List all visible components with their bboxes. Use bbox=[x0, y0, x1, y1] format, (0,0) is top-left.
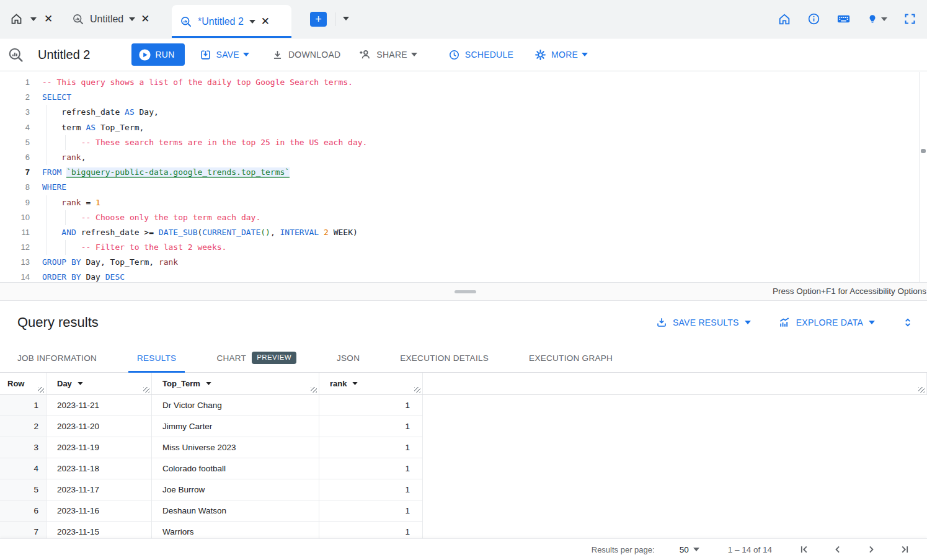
tab-chart[interactable]: CHART PREVIEW bbox=[208, 344, 305, 372]
schedule-button[interactable]: SCHEDULE bbox=[448, 43, 513, 66]
code-line[interactable]: 13GROUP BY Day, Top_Term, rank bbox=[0, 255, 927, 270]
cell-row-number[interactable]: 2 bbox=[0, 416, 47, 437]
cell-top-term[interactable]: Deshaun Watson bbox=[152, 500, 319, 522]
tab-execution-details[interactable]: EXECUTION DETAILS bbox=[391, 344, 497, 372]
cell-rank[interactable]: 1 bbox=[319, 458, 423, 479]
splitter-drag-handle[interactable] bbox=[455, 290, 476, 293]
sort-caret-icon[interactable] bbox=[78, 382, 83, 385]
close-icon[interactable]: ✕ bbox=[261, 16, 270, 27]
more-button[interactable]: MORE bbox=[534, 43, 588, 66]
cell-top-term[interactable]: Dr Victor Chang bbox=[152, 395, 319, 416]
cell-top-term[interactable]: Joe Burrow bbox=[152, 479, 319, 500]
cell-rank[interactable]: 1 bbox=[319, 500, 423, 522]
cell-day[interactable]: 2023-11-18 bbox=[47, 458, 152, 479]
tab-execution-graph[interactable]: EXECUTION GRAPH bbox=[520, 344, 621, 372]
cell-rank[interactable]: 1 bbox=[319, 479, 423, 500]
cell-day[interactable]: 2023-11-19 bbox=[47, 437, 152, 458]
tab-results[interactable]: RESULTS bbox=[128, 344, 185, 372]
tab-job-information[interactable]: JOB INFORMATION bbox=[9, 344, 105, 372]
cell-rank[interactable]: 1 bbox=[319, 437, 423, 458]
next-page-icon[interactable] bbox=[865, 543, 877, 556]
cell-row-number[interactable]: 4 bbox=[0, 458, 47, 479]
column-header-top-term[interactable]: Top_Term bbox=[152, 373, 319, 394]
keyboard-icon[interactable] bbox=[836, 12, 851, 26]
code-line[interactable]: 9 rank = 1 bbox=[0, 195, 927, 210]
column-resize-handle[interactable] bbox=[918, 387, 925, 393]
run-button[interactable]: RUN bbox=[131, 43, 185, 66]
close-icon[interactable]: ✕ bbox=[141, 14, 149, 24]
cell-row-number[interactable]: 5 bbox=[0, 479, 47, 500]
code-line[interactable]: 5 -- These search terms are in the top 2… bbox=[0, 135, 927, 150]
cell-day[interactable]: 2023-11-16 bbox=[47, 500, 152, 522]
sql-editor[interactable]: 1-- This query shows a list of the daily… bbox=[0, 72, 927, 282]
cell-top-term[interactable]: Jimmy Carter bbox=[152, 416, 319, 437]
tab-untitled-2-active[interactable]: *Untitled 2 ✕ bbox=[172, 5, 291, 38]
save-button[interactable]: SAVE bbox=[200, 43, 249, 66]
first-page-icon[interactable] bbox=[798, 543, 810, 556]
column-resize-handle[interactable] bbox=[143, 387, 149, 393]
column-header-row[interactable]: Row bbox=[0, 373, 47, 394]
column-resize-handle[interactable] bbox=[38, 387, 44, 393]
cell-row-number[interactable]: 7 bbox=[0, 522, 47, 538]
fullscreen-icon[interactable] bbox=[903, 12, 916, 25]
chevron-down-icon bbox=[411, 53, 417, 56]
save-results-button[interactable]: SAVE RESULTS bbox=[656, 317, 751, 328]
tab-untitled[interactable]: Untitled ✕ bbox=[72, 0, 150, 38]
cell-row-number[interactable]: 1 bbox=[0, 395, 47, 416]
column-resize-handle[interactable] bbox=[311, 387, 317, 393]
home-icon[interactable] bbox=[778, 12, 791, 26]
cell-rank[interactable]: 1 bbox=[319, 395, 423, 416]
previous-page-icon[interactable] bbox=[832, 543, 844, 556]
cell-day[interactable]: 2023-11-17 bbox=[47, 479, 152, 500]
last-page-icon[interactable] bbox=[898, 543, 911, 556]
cell-day[interactable]: 2023-11-15 bbox=[47, 522, 152, 538]
download-button[interactable]: DOWNLOAD bbox=[272, 43, 340, 66]
scrollbar-thumb[interactable] bbox=[921, 149, 926, 153]
cell-day[interactable]: 2023-11-21 bbox=[47, 395, 152, 416]
new-tab-button[interactable]: + bbox=[310, 12, 327, 27]
home-outline-icon[interactable] bbox=[10, 12, 23, 25]
chevron-down-icon[interactable] bbox=[30, 17, 37, 21]
cell-rank[interactable]: 1 bbox=[319, 522, 423, 538]
code-line[interactable]: 4 term AS Top_Term, bbox=[0, 120, 927, 135]
code-line[interactable]: 1-- This query shows a list of the daily… bbox=[0, 75, 927, 90]
code-line[interactable]: 10 -- Choose only the top term each day. bbox=[0, 210, 927, 225]
tab-overflow-chevron-icon[interactable] bbox=[343, 17, 349, 20]
code-line[interactable]: 8WHERE bbox=[0, 180, 927, 195]
assistant-menu[interactable] bbox=[867, 13, 887, 25]
code-line[interactable]: 2SELECT bbox=[0, 90, 927, 105]
code-line[interactable]: 12 -- Filter to the last 2 weeks. bbox=[0, 240, 927, 255]
cell-top-term[interactable]: Warriors bbox=[152, 522, 319, 538]
cell-row-number[interactable]: 6 bbox=[0, 500, 47, 522]
cell-rank[interactable]: 1 bbox=[319, 416, 423, 437]
code-line[interactable]: 11 AND refresh_date >= DATE_SUB(CURRENT_… bbox=[0, 225, 927, 240]
column-header-rank[interactable]: rank bbox=[319, 373, 423, 394]
code-line[interactable]: 6 rank, bbox=[0, 150, 927, 165]
code-line[interactable]: 14ORDER BY Day DESC bbox=[0, 270, 927, 282]
cell-top-term[interactable]: Colorado football bbox=[152, 458, 319, 479]
cell-day[interactable]: 2023-11-20 bbox=[47, 416, 152, 437]
cell-row-number[interactable]: 3 bbox=[0, 437, 47, 458]
column-resize-handle[interactable] bbox=[414, 387, 420, 393]
share-button[interactable]: SHARE bbox=[359, 43, 417, 66]
close-icon[interactable]: ✕ bbox=[44, 14, 53, 24]
cell-top-term[interactable]: Miss Universe 2023 bbox=[152, 437, 319, 458]
explore-data-button[interactable]: EXPLORE DATA bbox=[778, 316, 875, 329]
home-tab[interactable]: ✕ bbox=[10, 0, 53, 38]
page-size-select[interactable]: 50 bbox=[680, 545, 699, 554]
sort-caret-icon[interactable] bbox=[352, 382, 358, 385]
query-magnifier-icon bbox=[180, 16, 192, 28]
column-header-filler bbox=[423, 373, 927, 394]
code-line[interactable]: 3 refresh_date AS Day, bbox=[0, 105, 927, 120]
sort-caret-icon[interactable] bbox=[206, 382, 211, 385]
column-header-day[interactable]: Day bbox=[47, 373, 152, 394]
results-title: Query results bbox=[17, 314, 99, 331]
code-line[interactable]: 7FROM `bigquery-public-data.google_trend… bbox=[0, 165, 927, 180]
expand-panel-icon[interactable] bbox=[902, 316, 913, 329]
tab-json[interactable]: JSON bbox=[328, 344, 368, 372]
editor-scrollbar[interactable] bbox=[919, 72, 927, 282]
info-icon[interactable] bbox=[807, 12, 820, 25]
chevron-down-icon[interactable] bbox=[129, 17, 135, 21]
code-area[interactable]: 1-- This query shows a list of the daily… bbox=[0, 72, 927, 282]
chevron-down-icon[interactable] bbox=[249, 20, 255, 24]
